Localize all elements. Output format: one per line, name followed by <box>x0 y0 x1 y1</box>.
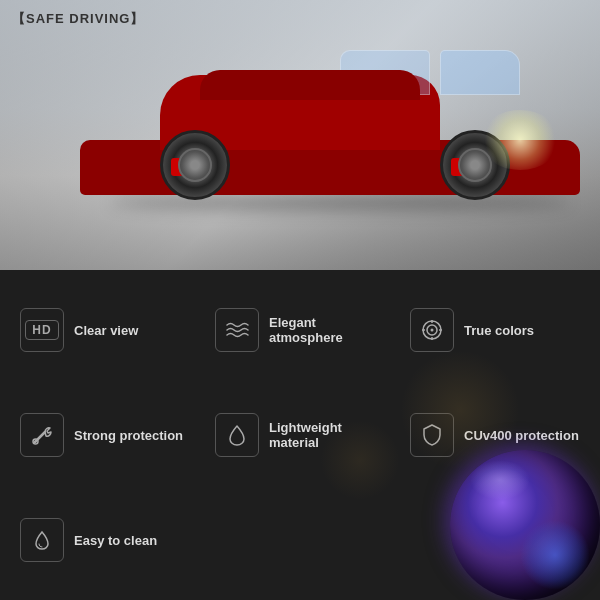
features-grid: HD Clear view Elegant atmosphere <box>0 270 600 600</box>
feature-true-colors: True colors <box>400 280 590 380</box>
car-illustration <box>50 80 530 230</box>
shield-icon-box <box>410 413 454 457</box>
shield-icon <box>419 422 445 448</box>
svg-point-2 <box>431 329 434 332</box>
lightweight-material-label: Lightweight material <box>269 420 385 450</box>
page-title: 【SAFE DRIVING】 <box>12 10 144 28</box>
feature-easy-clean: Easy to clean <box>10 490 200 590</box>
target-icon-box <box>410 308 454 352</box>
true-colors-label: True colors <box>464 323 534 338</box>
feature-clear-view: HD Clear view <box>10 280 200 380</box>
elegant-atmosphere-label: Elegant atmosphere <box>269 315 385 345</box>
cuv400-label: CUv400 protection <box>464 428 579 443</box>
clear-view-label: Clear view <box>74 323 138 338</box>
drop-icon-box <box>215 413 259 457</box>
easy-to-clean-label: Easy to clean <box>74 533 157 548</box>
hd-icon-box: HD <box>20 308 64 352</box>
wrench-icon-box <box>20 413 64 457</box>
decorative-sphere <box>450 450 600 600</box>
water-drop-icon <box>29 527 55 553</box>
feature-elegant-atmosphere: Elegant atmosphere <box>205 280 395 380</box>
waves-icon <box>224 317 250 343</box>
car-hero-section: 【SAFE DRIVING】 <box>0 0 600 270</box>
empty-cell-1 <box>205 490 395 590</box>
waves-icon-box <box>215 308 259 352</box>
water-drop-icon-box <box>20 518 64 562</box>
sphere-decoration <box>450 450 600 600</box>
target-icon <box>419 317 445 343</box>
drop-icon <box>224 422 250 448</box>
hd-icon: HD <box>25 320 58 340</box>
feature-lightweight: Lightweight material <box>205 385 395 485</box>
feature-strong-protection: Strong protection <box>10 385 200 485</box>
wrench-icon <box>29 422 55 448</box>
strong-protection-label: Strong protection <box>74 428 183 443</box>
